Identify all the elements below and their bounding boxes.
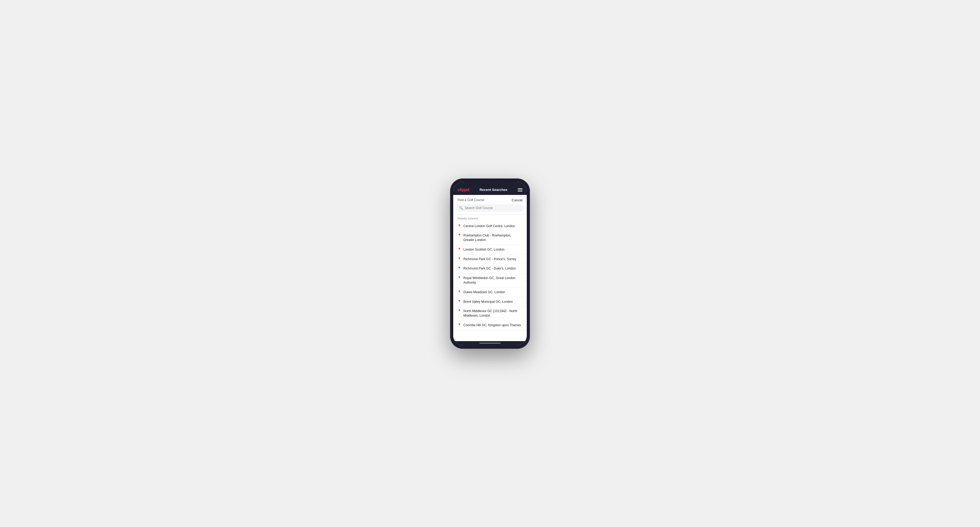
search-container: 🔍 [453, 204, 527, 214]
list-item[interactable]: 📍Coombe Hill GC, Kingston upon Thames [453, 321, 527, 330]
list-item[interactable]: 📍Central London Golf Centre, London [453, 222, 527, 231]
course-name: Brent Valley Municipal GC, London [463, 300, 513, 304]
cancel-button[interactable]: Cancel [512, 198, 522, 202]
pin-icon: 📍 [458, 257, 461, 261]
pin-icon: 📍 [458, 224, 461, 228]
course-name: London Scottish GC, London [463, 248, 504, 252]
find-header: Find a Golf Course Cancel [453, 195, 527, 204]
search-input[interactable] [465, 206, 521, 210]
course-name: Richmond Park GC - Prince's, Surrey [463, 257, 516, 262]
find-label: Find a Golf Course [458, 198, 484, 202]
home-indicator [453, 341, 527, 346]
search-box: 🔍 [457, 204, 523, 212]
list-item[interactable]: 📍Richmond Park GC - Prince's, Surrey [453, 255, 527, 264]
pin-icon: 📍 [458, 267, 461, 270]
pin-icon: 📍 [458, 233, 461, 237]
course-name: Central London Golf Centre, London [463, 224, 515, 229]
search-icon: 🔍 [459, 206, 463, 210]
list-item[interactable]: 📍Royal Wimbledon GC, Great London Author… [453, 273, 527, 287]
pin-icon: 📍 [458, 300, 461, 303]
pin-icon: 📍 [458, 323, 461, 327]
pin-icon: 📍 [458, 276, 461, 279]
pin-icon: 📍 [458, 248, 461, 251]
course-name: Richmond Park GC - Duke's, London [463, 266, 516, 271]
list-item[interactable]: 📍Brent Valley Municipal GC, London [453, 297, 527, 307]
course-name: North Middlesex GC (1011942 - North Midd… [463, 309, 522, 318]
course-name: Royal Wimbledon GC, Great London Authori… [463, 276, 522, 285]
phone-frame: clippd Recent Searches Find a Golf Cours… [450, 178, 530, 349]
course-list: 📍Central London Golf Centre, London📍Roeh… [453, 222, 527, 341]
list-item[interactable]: 📍Roehampton Club - Roehampton, Greater L… [453, 231, 527, 245]
nav-bar: clippd Recent Searches [453, 185, 527, 195]
menu-icon[interactable] [518, 188, 522, 192]
list-item[interactable]: 📍Richmond Park GC - Duke's, London [453, 264, 527, 273]
home-bar [479, 343, 501, 343]
nav-title: Recent Searches [480, 188, 508, 192]
list-item[interactable]: 📍Dukes Meadows GC, London [453, 287, 527, 297]
list-item[interactable]: 📍London Scottish GC, London [453, 245, 527, 255]
pin-icon: 📍 [458, 309, 461, 313]
list-item[interactable]: 📍North Middlesex GC (1011942 - North Mid… [453, 306, 527, 321]
course-name: Coombe Hill GC, Kingston upon Thames [463, 323, 521, 327]
phone-screen: clippd Recent Searches Find a Golf Cours… [453, 182, 527, 346]
course-name: Roehampton Club - Roehampton, Greater Lo… [463, 233, 522, 242]
pin-icon: 📍 [458, 290, 461, 294]
content-area: Find a Golf Course Cancel 🔍 Nearby cours… [453, 195, 527, 341]
nearby-section-label: Nearby courses [453, 214, 527, 222]
course-name: Dukes Meadows GC, London [463, 290, 505, 295]
status-bar [453, 182, 527, 185]
app-logo: clippd [458, 187, 469, 192]
